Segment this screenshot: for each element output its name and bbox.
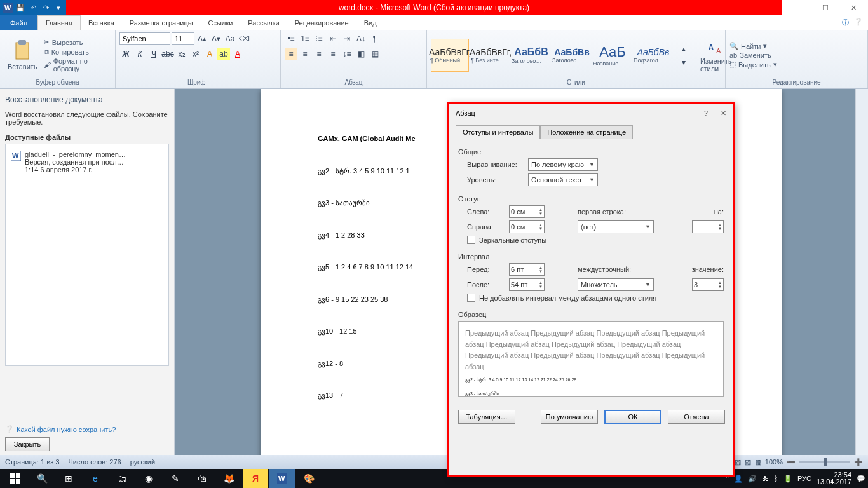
line-spacing-icon[interactable]: ↕≡ (341, 48, 353, 60)
help-icon[interactable]: ❔ (854, 18, 863, 27)
nosame-checkbox[interactable] (467, 294, 475, 302)
after-spinner[interactable]: 54 пт▲▼ (509, 278, 545, 291)
tab-home[interactable]: Главная (37, 15, 81, 30)
tab-layout[interactable]: Разметка страницы (122, 15, 201, 30)
yandex-icon[interactable]: Я (243, 469, 268, 488)
level-combo[interactable]: Основной текст▼ (528, 173, 598, 186)
font-size-select[interactable] (172, 32, 194, 45)
explorer-icon[interactable]: 🗂 (109, 469, 135, 488)
view-web-icon[interactable]: ▧ (735, 458, 741, 466)
tab-review[interactable]: Рецензирование (287, 15, 356, 30)
copy-button[interactable]: ⧉Копировать (44, 48, 111, 56)
tray-notifications-icon[interactable]: 💬 (857, 475, 865, 483)
start-button[interactable] (3, 469, 28, 488)
multilevel-icon[interactable]: ⁝≡ (313, 32, 325, 45)
minimize-button[interactable]: ─ (782, 0, 811, 15)
shrink-font-icon[interactable]: A▾ (210, 32, 222, 45)
tab-position[interactable]: Положение на странице (540, 125, 633, 139)
clear-format-icon[interactable]: ⌫ (238, 32, 250, 45)
align-center-icon[interactable]: ≡ (299, 48, 311, 60)
inc-indent-icon[interactable]: ⇥ (341, 32, 353, 45)
tray-battery-icon[interactable]: 🔋 (783, 475, 792, 483)
tray-people-icon[interactable]: 👤 (734, 475, 743, 483)
paste-button[interactable]: Вставить (4, 39, 41, 72)
zoom-in-icon[interactable]: ➕ (854, 458, 863, 466)
style-heading1[interactable]: АаБбВЗаголово… (512, 39, 550, 72)
undo-icon[interactable]: ↶ (28, 3, 38, 13)
tray-clock[interactable]: 23:54 13.04.2017 (817, 471, 851, 485)
firstline-by-spinner[interactable]: ▲▼ (692, 220, 724, 233)
justify-icon[interactable]: ≡ (327, 48, 339, 60)
tab-mailings[interactable]: Рассылки (240, 15, 287, 30)
tab-insert[interactable]: Вставка (81, 15, 122, 30)
chrome-icon[interactable]: ◉ (136, 469, 161, 488)
tab-indents[interactable]: Отступы и интервалы (456, 125, 540, 139)
zoom-level[interactable]: 100% (765, 458, 783, 466)
recovery-which-link[interactable]: ❔ Какой файл нужно сохранить? (5, 425, 169, 433)
tray-lang[interactable]: РУС (797, 475, 811, 482)
find-button[interactable]: 🔍Найти▾ (729, 42, 777, 50)
indent-left-spinner[interactable]: 0 см▲▼ (509, 205, 545, 218)
app-icon[interactable]: ✎ (163, 469, 188, 488)
default-button[interactable]: По умолчанию (541, 410, 598, 424)
task-view-button[interactable]: ⊞ (56, 469, 81, 488)
grow-font-icon[interactable]: A▴ (196, 32, 208, 45)
view-outline-icon[interactable]: ▨ (745, 458, 751, 466)
text-effects-icon[interactable]: A (203, 48, 216, 60)
dec-indent-icon[interactable]: ⇤ (327, 32, 339, 45)
align-combo[interactable]: По левому краю▼ (528, 158, 598, 171)
subscript-button[interactable]: x₂ (175, 48, 188, 60)
tab-view[interactable]: Вид (356, 15, 384, 30)
firstline-combo[interactable]: (нет)▼ (578, 220, 654, 233)
store-icon[interactable]: 🛍 (189, 469, 215, 488)
style-normal[interactable]: АаБбВвГг,¶ Обычный (431, 39, 469, 72)
tray-bluetooth-icon[interactable]: ᛒ (774, 475, 778, 482)
firefox-icon[interactable]: 🦊 (216, 469, 241, 488)
replace-button[interactable]: abЗаменить (729, 51, 777, 59)
close-button[interactable]: ✕ (839, 0, 868, 15)
tray-network-icon[interactable]: 🖧 (762, 475, 769, 482)
styles-gallery-more[interactable]: ▴ ▾ (677, 43, 690, 69)
linespacing-value-spinner[interactable]: 3▲▼ (692, 278, 724, 291)
style-subtitle[interactable]: АаБбВвПодзагол… (634, 39, 672, 72)
shading-icon[interactable]: ◧ (355, 48, 367, 60)
tabs-button[interactable]: Табуляция… (458, 410, 515, 424)
dialog-help-icon[interactable]: ? (704, 109, 708, 118)
indent-right-spinner[interactable]: 0 см▲▼ (509, 220, 545, 233)
sort-icon[interactable]: A↓ (355, 32, 367, 45)
qat-more-icon[interactable]: ▾ (53, 3, 64, 13)
recovery-item[interactable]: W gladuell_-_perelomny_momen… Версия, со… (10, 148, 165, 176)
zoom-out-icon[interactable]: ➖ (787, 458, 796, 466)
mirror-checkbox[interactable] (467, 236, 475, 244)
font-color-icon[interactable]: A (231, 48, 244, 60)
linespacing-combo[interactable]: Множитель▼ (578, 278, 654, 291)
cut-button[interactable]: ✂Вырезать (44, 38, 111, 46)
tab-references[interactable]: Ссылки (201, 15, 241, 30)
show-marks-icon[interactable]: ¶ (369, 32, 381, 45)
paint-icon[interactable]: 🎨 (296, 469, 322, 488)
status-page[interactable]: Страница: 1 из 3 (5, 458, 60, 466)
redo-icon[interactable]: ↷ (41, 3, 51, 13)
select-button[interactable]: ⬚Выделить▾ (729, 60, 777, 69)
bullets-icon[interactable]: •≡ (285, 32, 297, 45)
underline-button[interactable]: Ч (147, 48, 160, 60)
search-button[interactable]: 🔍 (29, 469, 55, 488)
scrollbar-vertical[interactable] (855, 89, 868, 455)
recovery-close-button[interactable]: Закрыть (5, 437, 50, 451)
file-tab[interactable]: Файл (0, 15, 37, 30)
save-icon[interactable]: 💾 (15, 3, 25, 13)
ok-button[interactable]: ОК (604, 410, 661, 424)
status-lang[interactable]: русский (130, 458, 155, 466)
cancel-button[interactable]: Отмена (668, 410, 725, 424)
strike-button[interactable]: abc (161, 48, 174, 60)
dialog-close-icon[interactable]: ✕ (721, 109, 726, 118)
tray-volume-icon[interactable]: 🔊 (748, 475, 757, 483)
style-heading2[interactable]: АаБбВвЗаголово… (553, 39, 591, 72)
bold-button[interactable]: Ж (119, 48, 132, 60)
borders-icon[interactable]: ▦ (369, 48, 381, 60)
style-nospacing[interactable]: АаБбВвГг,¶ Без инте… (471, 39, 510, 72)
view-draft-icon[interactable]: ▩ (755, 458, 761, 466)
status-words[interactable]: Число слов: 276 (69, 458, 121, 466)
format-painter-button[interactable]: 🖌Формат по образцу (44, 57, 111, 72)
maximize-button[interactable]: ☐ (811, 0, 839, 15)
